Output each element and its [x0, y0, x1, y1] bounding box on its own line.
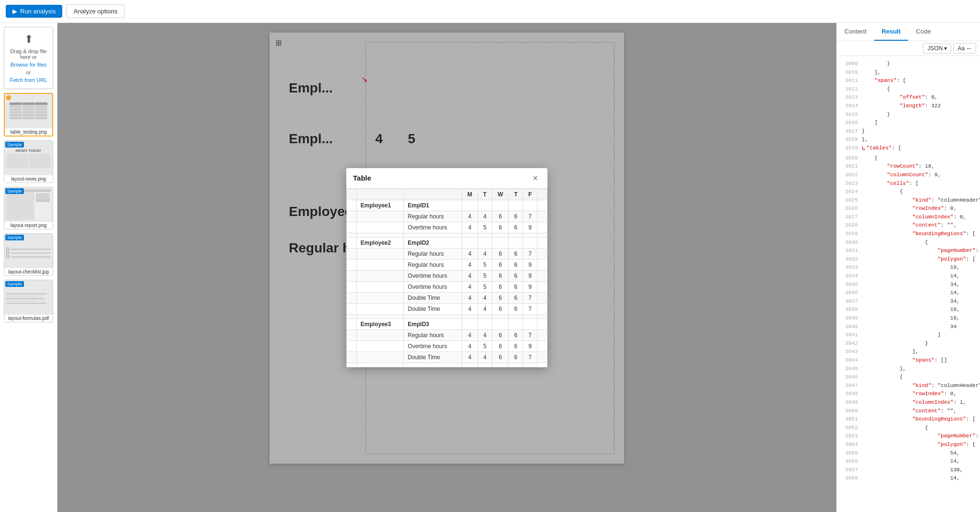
thumb-label-3: layout-report.png	[4, 222, 53, 229]
code-line: 3052 {	[841, 424, 976, 432]
cell-r3-c5	[492, 233, 509, 237]
cell-r7-c6: 6	[509, 270, 523, 281]
run-analysis-button[interactable]: ▶ Run analysis	[6, 5, 62, 18]
cell-r16-c5	[492, 363, 509, 367]
cell-r2-c0	[347, 222, 357, 233]
cell-r5-c4: 4	[478, 248, 492, 259]
cell-r6-c7: 9	[523, 259, 537, 270]
content-area: ⊞ Empl... Empl... 4 5 4 5	[57, 23, 836, 512]
cell-r12-c6	[509, 319, 523, 330]
code-line: 3024 {	[841, 188, 976, 196]
word-wrap-button[interactable]: Aa ↔	[953, 43, 976, 54]
code-line: 3030 {	[841, 239, 976, 247]
cell-r6-c3: 4	[462, 259, 478, 270]
cell-r3-c0	[347, 233, 357, 237]
tab-content[interactable]: Content	[837, 23, 874, 41]
code-line: 3027 "columnIndex": 0,	[841, 213, 976, 222]
code-line: 3014 "length": 322	[841, 102, 976, 111]
cell-r8-c4: 5	[478, 281, 492, 292]
th-T1: T	[478, 189, 492, 200]
thumb-img-2: Sample NEWS TODAY	[4, 141, 53, 175]
cell-r0-c3	[462, 200, 478, 211]
cell-r9-c6: 6	[509, 292, 523, 303]
cell-r4-c4	[478, 237, 492, 248]
code-line: 3031 "pageNumber": 1,	[841, 247, 976, 255]
code-line: 3038 19,	[841, 306, 976, 314]
cell-r8-c7: 9	[523, 281, 537, 292]
cell-r1-c1	[356, 211, 404, 222]
cell-r16-c3	[462, 363, 478, 367]
thumbnail-layout-checklist[interactable]: Sample layout-checklist.jpg	[4, 233, 53, 276]
cell-r8-c5: 6	[492, 281, 509, 292]
cell-r8-c0	[347, 281, 357, 292]
th-0	[347, 189, 357, 200]
code-line: 3054 "polygon": [	[841, 441, 976, 449]
code-line: 3029 "boundingRegions": [	[841, 230, 976, 239]
code-line: 3049 "columnIndex": 1,	[841, 398, 976, 407]
thumbnail-table-testing[interactable]: table_testing.png	[4, 93, 53, 137]
cell-r15-c6: 6	[509, 352, 523, 363]
thumb-img-4: Sample	[4, 234, 53, 268]
json-dropdown-button[interactable]: JSON ▾	[923, 43, 951, 54]
code-line: 3040 34	[841, 323, 976, 331]
table-row: Overtime hours45669	[347, 270, 547, 281]
modal-title: Table	[353, 174, 371, 182]
cell-r14-c5: 6	[492, 341, 509, 352]
thumbnail-layout-news[interactable]: Sample NEWS TODAY layout-news.png	[4, 140, 53, 183]
thumbnail-layout-report[interactable]: Sample layout-report.png	[4, 187, 53, 229]
cell-r3-c1	[356, 233, 404, 237]
cell-r14-c2: Overtime hours	[404, 341, 462, 352]
upload-text-or: or	[26, 69, 31, 75]
th-T2: T	[509, 189, 523, 200]
browse-link[interactable]: Browse for files	[11, 62, 46, 68]
cell-r12-c8	[537, 319, 547, 330]
code-line: 3046 {	[841, 373, 976, 382]
code-line: 3048 "rowIndex": 0,	[841, 390, 976, 398]
cell-r10-c3: 4	[462, 303, 478, 314]
json-dropdown-icon: ▾	[944, 45, 947, 52]
analyze-options-button[interactable]: Analyze options	[66, 4, 125, 18]
code-line: 3044 "spans": []	[841, 356, 976, 365]
upload-box[interactable]: ⬆ Drag & drop file here or Browse for fi…	[4, 27, 53, 89]
code-line: 3055 54,	[841, 449, 976, 458]
cell-r11-c8	[537, 314, 547, 319]
thumbnail-layout-formulas[interactable]: Sample layout-formulas.pdf	[4, 280, 53, 322]
code-line: 3058 14,	[841, 474, 976, 483]
thumb-img-5: Sample	[4, 280, 53, 315]
cell-r11-c0	[347, 314, 357, 319]
code-line: 3021 "rowCount": 18,	[841, 162, 976, 171]
cell-r11-c7	[523, 314, 537, 319]
cell-r4-c7	[523, 237, 537, 248]
table-row: Employee2EmpID2	[347, 237, 547, 248]
code-line: 3028 "content": "",	[841, 221, 976, 230]
cell-r5-c2: Regular hours	[404, 248, 462, 259]
modal-close-button[interactable]: ×	[530, 173, 541, 183]
cell-r7-c0	[347, 270, 357, 281]
tab-result[interactable]: Result	[874, 23, 909, 41]
json-label: JSON	[927, 45, 943, 52]
table-row: Employee1EmpID1	[347, 200, 547, 211]
thumb-label-2: layout-news.png	[4, 175, 53, 182]
cell-r9-c3: 4	[462, 292, 478, 303]
cell-r14-c4: 5	[478, 341, 492, 352]
code-line: 3011 "spans": [	[841, 77, 976, 85]
modal-overlay: ↘ Table × M T	[57, 23, 836, 512]
tab-code[interactable]: Code	[908, 23, 938, 41]
th-F: F	[523, 189, 537, 200]
code-line: 3037 34,	[841, 297, 976, 306]
cell-r16-c6	[509, 363, 523, 367]
toolbar: ▶ Run analysis Analyze options	[0, 0, 980, 23]
cell-r15-c0	[347, 352, 357, 363]
code-line: 3018},	[841, 136, 976, 144]
table-row: Regular hours44667	[347, 211, 547, 222]
cell-r16-c2	[404, 363, 462, 367]
cell-r6-c2: Regular hours	[404, 259, 462, 270]
cell-r16-c4	[478, 363, 492, 367]
cell-r1-c2: Regular hours	[404, 211, 462, 222]
modal-header: Table ×	[346, 168, 547, 189]
left-sidebar: ⬆ Drag & drop file here or Browse for fi…	[0, 23, 57, 512]
cell-r9-c8	[537, 292, 547, 303]
cell-r4-c1: Employee2	[356, 237, 404, 248]
fetch-url-link[interactable]: Fetch from URL	[10, 77, 47, 83]
table-modal: Table × M T W T	[346, 168, 547, 367]
